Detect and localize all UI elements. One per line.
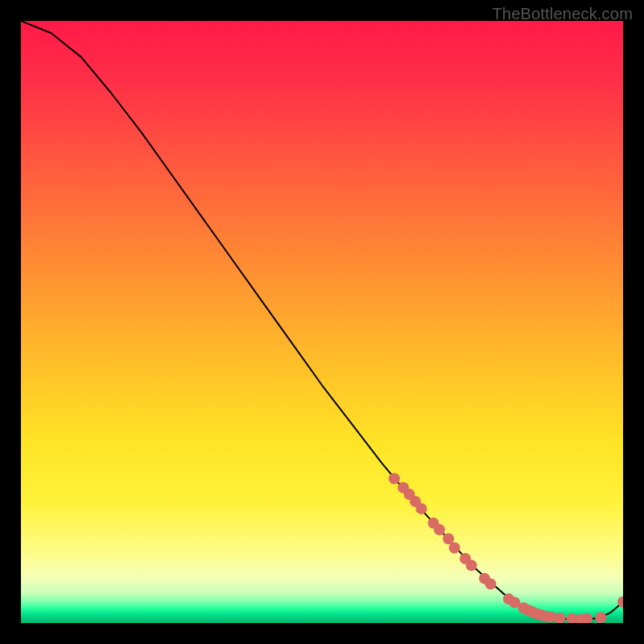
data-marker [595,612,606,623]
data-marker [554,613,565,623]
watermark-text: TheBottleneck.com [492,5,633,23]
bottleneck-curve-line [21,21,623,620]
data-marker [485,578,496,589]
data-markers [389,473,623,623]
chart-frame [21,21,623,623]
data-marker [434,524,445,535]
data-marker [449,543,460,554]
data-marker [415,503,427,514]
bottleneck-chart [21,21,623,623]
data-marker [389,473,400,484]
data-marker [466,559,477,571]
